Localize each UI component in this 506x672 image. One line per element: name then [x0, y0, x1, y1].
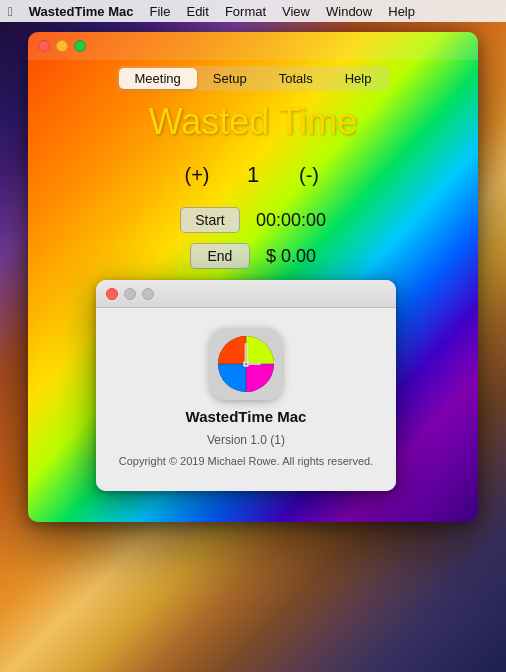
- about-title-bar: [96, 280, 396, 308]
- about-content: WastedTime Mac Version 1.0 (1) Copyright…: [96, 308, 396, 491]
- end-row: End $ 0.00: [28, 243, 478, 269]
- tab-totals[interactable]: Totals: [263, 68, 329, 89]
- app-title: Wasted Time: [28, 101, 478, 143]
- about-close-button[interactable]: [106, 288, 118, 300]
- app-window: Meeting Setup Totals Help Wasted Time (+…: [28, 32, 478, 522]
- about-dialog: WastedTime Mac Version 1.0 (1) Copyright…: [96, 280, 396, 491]
- start-button[interactable]: Start: [180, 207, 240, 233]
- tab-setup[interactable]: Setup: [197, 68, 263, 89]
- close-button[interactable]: [38, 40, 50, 52]
- tab-meeting[interactable]: Meeting: [119, 68, 197, 89]
- menu-view[interactable]: View: [274, 0, 318, 22]
- app-window-bg: Meeting Setup Totals Help Wasted Time (+…: [28, 32, 478, 522]
- menu-help[interactable]: Help: [380, 0, 423, 22]
- menu-format[interactable]: Format: [217, 0, 274, 22]
- tab-help[interactable]: Help: [329, 68, 388, 89]
- desktop:  WastedTime Mac File Edit Format View W…: [0, 0, 506, 672]
- counter-row: (+) 1 (-): [28, 159, 478, 191]
- about-minimize-button[interactable]: [124, 288, 136, 300]
- app-icon: [210, 328, 282, 400]
- menu-app-name[interactable]: WastedTime Mac: [21, 0, 142, 22]
- start-row: Start 00:00:00: [28, 207, 478, 233]
- tab-bar: Meeting Setup Totals Help: [117, 66, 390, 91]
- end-value: $ 0.00: [266, 246, 316, 267]
- menu-file[interactable]: File: [142, 0, 179, 22]
- about-version: Version 1.0 (1): [207, 433, 285, 447]
- maximize-button[interactable]: [74, 40, 86, 52]
- end-button[interactable]: End: [190, 243, 250, 269]
- menu-edit[interactable]: Edit: [178, 0, 216, 22]
- start-value: 00:00:00: [256, 210, 326, 231]
- decrement-button[interactable]: (-): [293, 159, 325, 191]
- counter-value: 1: [241, 162, 265, 188]
- increment-button[interactable]: (+): [181, 159, 213, 191]
- title-bar: [28, 32, 478, 60]
- menu-window[interactable]: Window: [318, 0, 380, 22]
- about-maximize-button[interactable]: [142, 288, 154, 300]
- apple-logo-icon[interactable]: : [8, 4, 13, 19]
- menu-bar:  WastedTime Mac File Edit Format View W…: [0, 0, 506, 22]
- about-app-name: WastedTime Mac: [186, 408, 307, 425]
- about-copyright: Copyright © 2019 Michael Rowe. All right…: [119, 455, 374, 467]
- minimize-button[interactable]: [56, 40, 68, 52]
- traffic-lights: [38, 40, 86, 52]
